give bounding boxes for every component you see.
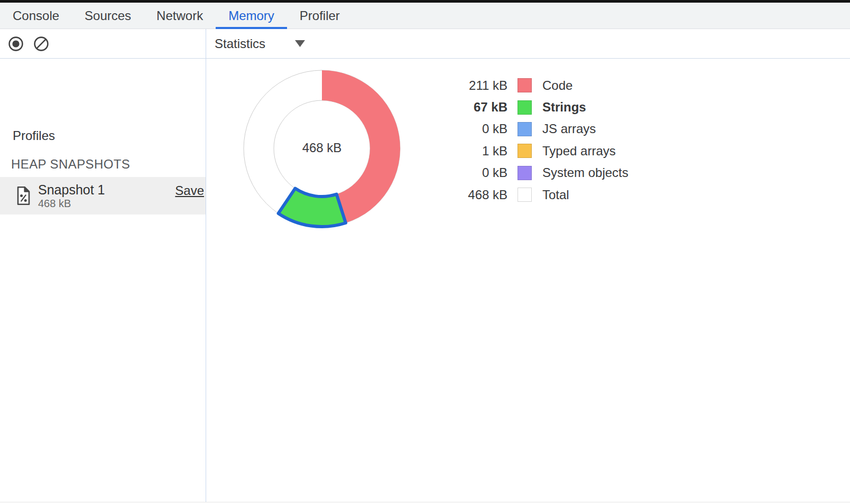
clear-profiles-button[interactable] [33,36,49,52]
legend-row-system-objects[interactable]: 0 kBSystem objects [428,162,629,184]
legend-row-strings[interactable]: 67 kBStrings [428,96,629,118]
legend-row-total[interactable]: 468 kBTotal [428,184,629,206]
chevron-down-icon [295,40,305,47]
legend-swatch [518,144,532,158]
record-heap-snapshot-button[interactable] [8,36,24,52]
legend-row-js-arrays[interactable]: 0 kBJS arrays [428,118,629,140]
record-icon [8,36,24,52]
legend-label: Total [542,188,569,202]
memory-panel-toolbar: Statistics [0,29,850,59]
perspective-select[interactable]: Statistics [215,29,265,58]
snapshot-name: Snapshot 1 [38,182,105,198]
tab-console[interactable]: Console [0,3,72,29]
legend-label: Strings [542,100,586,115]
heap-snapshot-document-icon [16,186,31,206]
legend-label: System objects [542,165,629,180]
tab-memory-label: Memory [228,8,274,23]
block-icon [33,36,49,52]
bottom-divider [0,502,850,502]
panel-split-divider[interactable] [206,29,206,502]
tab-profiler[interactable]: Profiler [287,3,353,29]
tab-sources[interactable]: Sources [72,3,144,29]
snapshot-list-item[interactable]: Snapshot 1 468 kB Save [0,177,206,214]
legend-label: Typed arrays [542,144,616,158]
legend-value: 0 kB [428,165,507,180]
legend-value: 0 kB [428,122,507,136]
chart-legend: 211 kBCode67 kBStrings0 kBJS arrays1 kBT… [428,74,629,206]
tab-network[interactable]: Network [144,3,216,29]
legend-swatch [518,100,532,115]
legend-swatch [518,78,532,92]
profiles-sidebar: Profiles HEAP SNAPSHOTS Snapshot 1 468 k… [0,59,206,502]
devtools-tab-bar: Console Sources Network Memory Profiler [0,3,850,29]
legend-row-code[interactable]: 211 kBCode [428,74,629,96]
perspective-select-value: Statistics [215,36,265,51]
sidebar-title: Profiles [13,128,55,143]
chart-slice-strings[interactable] [279,189,346,227]
legend-label: JS arrays [542,122,596,136]
legend-swatch [518,188,532,202]
legend-value: 67 kB [428,100,507,115]
legend-value: 468 kB [428,188,507,202]
legend-swatch [518,122,532,136]
heap-snapshots-section-title: HEAP SNAPSHOTS [11,157,130,172]
legend-swatch [518,166,532,180]
legend-label: Code [542,78,572,93]
snapshot-save-link[interactable]: Save [175,183,204,198]
legend-row-typed-arrays[interactable]: 1 kBTyped arrays [428,140,629,162]
legend-value: 1 kB [428,144,507,158]
snapshot-size: 468 kB [38,198,71,210]
legend-value: 211 kB [428,78,507,93]
chart-total-label: 468 kB [258,141,385,155]
tab-memory[interactable]: Memory [216,3,287,29]
